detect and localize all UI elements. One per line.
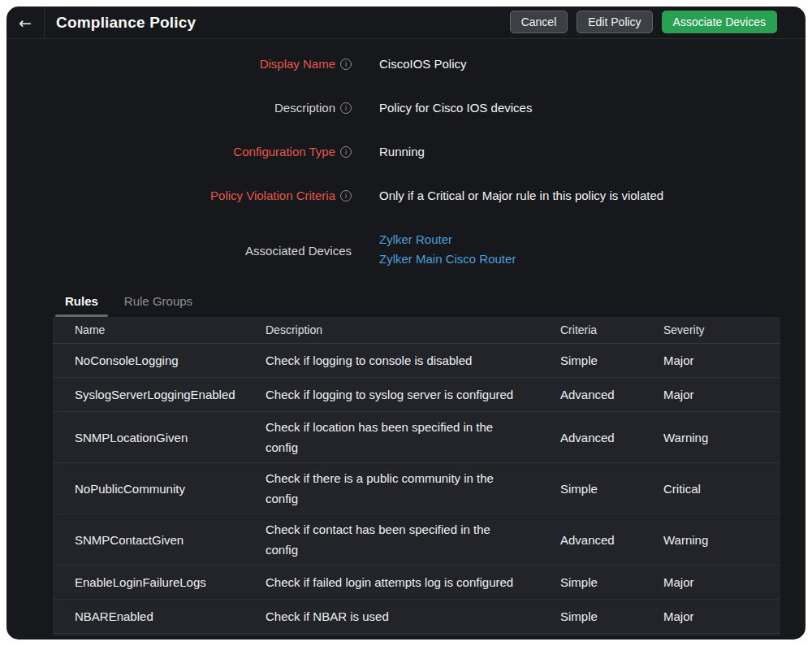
rule-name: EnableLoginFailureLogs [53, 575, 266, 589]
rule-description: Check if there is a public community in … [266, 468, 517, 509]
compliance-policy-panel: ← Compliance Policy Cancel Edit Policy A… [6, 7, 806, 639]
rule-description: Check if contact has been specified in t… [266, 519, 517, 560]
info-icon[interactable] [340, 190, 352, 202]
table-row[interactable]: SNMPContactGiven Check if contact has be… [53, 514, 780, 566]
field-label: Configuration Type [6, 144, 352, 160]
rule-criteria: Simple [560, 482, 663, 496]
field-configuration-type: Configuration Type Running [6, 144, 806, 160]
rule-name: SNMPContactGiven [53, 533, 266, 547]
field-policy-violation-criteria: Policy Violation Criteria Only if a Crit… [6, 188, 806, 204]
rule-severity: Major [663, 609, 780, 623]
edit-policy-button[interactable]: Edit Policy [577, 11, 652, 33]
rule-name: NBAREnabled [53, 609, 266, 623]
header-divider [44, 7, 45, 39]
policy-violation-criteria-value: Only if a Critical or Major rule in this… [379, 188, 663, 204]
policy-violation-criteria-label: Policy Violation Criteria [210, 188, 335, 204]
tab-rules[interactable]: Rules [55, 293, 108, 317]
cancel-button[interactable]: Cancel [510, 11, 568, 33]
rule-description: Check if location has been specified in … [266, 417, 517, 457]
tab-rule-groups[interactable]: Rule Groups [114, 293, 202, 317]
rule-severity: Major [663, 575, 780, 589]
rule-severity: Major [663, 388, 780, 401]
table-row[interactable]: SyslogServerLoggingEnabled Check if logg… [53, 378, 780, 412]
back-button[interactable]: ← [6, 7, 44, 39]
associated-devices-label: Associated Devices [245, 243, 352, 259]
table-row[interactable]: EnableLoginFailureLogs Check if failed l… [53, 566, 780, 600]
column-header-description: Description [266, 323, 560, 336]
column-header-criteria: Criteria [560, 323, 663, 336]
back-arrow-icon: ← [19, 14, 32, 32]
rule-criteria: Simple [560, 353, 663, 367]
associate-devices-button[interactable]: Associate Devices [662, 11, 777, 33]
info-icon[interactable] [340, 102, 352, 114]
column-header-name: Name [53, 323, 266, 336]
rules-tabbar: Rules Rule Groups [55, 293, 202, 317]
field-associated-devices: Associated Devices Zylker Router Zylker … [6, 232, 806, 271]
rule-name: NoPublicCommunity [53, 482, 266, 496]
rule-severity: Warning [663, 533, 780, 547]
rule-criteria: Simple [560, 575, 663, 589]
rule-criteria: Advanced [560, 388, 663, 401]
page-title: Compliance Policy [56, 14, 196, 32]
configuration-type-value: Running [379, 144, 425, 160]
rule-name: NoConsoleLogging [53, 353, 266, 367]
table-row[interactable]: NoPublicCommunity Check if there is a pu… [53, 463, 780, 514]
display-name-value: CiscoIOS Policy [379, 56, 467, 72]
display-name-label: Display Name [260, 56, 335, 72]
associated-devices-values: Zylker Router Zylker Main Cisco Router [379, 232, 516, 271]
rule-criteria: Simple [560, 609, 663, 623]
field-description: Description Policy for Cisco IOS devices [6, 100, 806, 116]
field-label: Description [6, 100, 352, 116]
rule-description: Check if logging to syslog server is con… [266, 384, 560, 405]
field-label: Policy Violation Criteria [6, 188, 352, 204]
header: ← Compliance Policy Cancel Edit Policy A… [6, 7, 806, 39]
table-row[interactable]: NoConsoleLogging Check if logging to con… [53, 344, 780, 378]
field-display-name: Display Name CiscoIOS Policy [6, 56, 806, 72]
rules-table: Name Description Criteria Severity NoCon… [53, 317, 780, 635]
table-header-row: Name Description Criteria Severity [53, 317, 780, 344]
configuration-type-label: Configuration Type [233, 144, 335, 160]
rule-criteria: Advanced [560, 533, 663, 547]
rule-description: Check if failed login attempts log is co… [266, 572, 560, 592]
rule-severity: Critical [663, 482, 780, 496]
table-body: NoConsoleLogging Check if logging to con… [53, 344, 780, 634]
field-label: Associated Devices [6, 232, 352, 271]
info-icon[interactable] [340, 146, 352, 158]
rule-severity: Major [663, 353, 780, 367]
header-actions: Cancel Edit Policy Associate Devices [510, 11, 777, 33]
rule-description: Check if logging to console is disabled [266, 350, 560, 371]
rule-name: SNMPLocationGiven [53, 431, 266, 444]
table-row[interactable]: NBAREnabled Check if NBAR is used Simple… [53, 600, 780, 634]
rule-description: Check if NBAR is used [266, 606, 560, 626]
description-label: Description [274, 100, 335, 116]
policy-details: Display Name CiscoIOS Policy Description… [6, 39, 806, 271]
info-icon[interactable] [340, 59, 352, 70]
device-link-zylker-main-cisco-router[interactable]: Zylker Main Cisco Router [379, 247, 516, 271]
description-value: Policy for Cisco IOS devices [379, 100, 532, 116]
rule-criteria: Advanced [560, 431, 663, 444]
field-label: Display Name [6, 56, 352, 72]
column-header-severity: Severity [663, 323, 780, 336]
rule-name: SyslogServerLoggingEnabled [53, 388, 266, 401]
rule-severity: Warning [663, 431, 780, 444]
table-row[interactable]: SNMPLocationGiven Check if location has … [53, 412, 780, 463]
